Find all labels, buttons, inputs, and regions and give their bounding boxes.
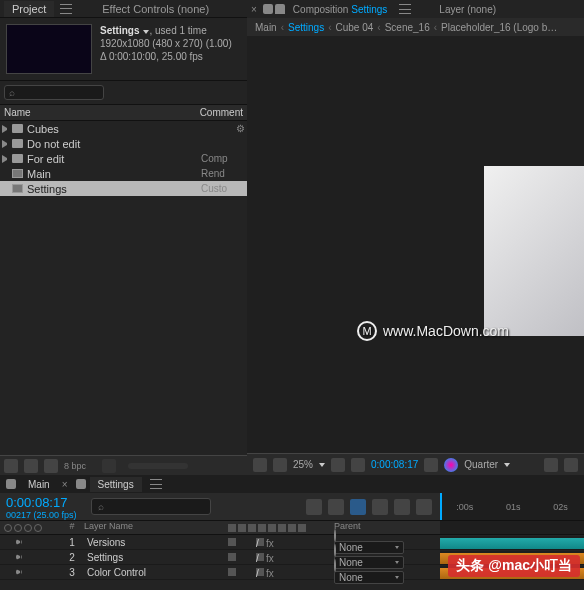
solo-toggle-icon: [24, 524, 32, 532]
attribution-overlay: 头条 @mac小叮当: [448, 555, 580, 577]
twirl-icon[interactable]: [16, 554, 22, 560]
project-search-input[interactable]: [4, 85, 104, 100]
timeline-columns-header: # Layer Name Parent: [0, 521, 584, 535]
comp-name[interactable]: Settings: [100, 25, 139, 36]
canvas[interactable]: [484, 166, 584, 336]
twirl-icon[interactable]: [2, 140, 10, 148]
toggle-transparency-icon[interactable]: [544, 458, 558, 472]
breadcrumb-item[interactable]: Settings: [288, 22, 324, 33]
comp-thumbnail[interactable]: [6, 24, 92, 74]
project-panel-tabs: Project Effect Controls (none): [0, 0, 247, 18]
resolution-icon[interactable]: [331, 458, 345, 472]
folder-icon: [12, 154, 23, 163]
comp-preview-block: Settings, used 1 time 1920x1080 (480 x 2…: [0, 18, 247, 80]
comp-duration: Δ 0:00:10:00, 25.00 fps: [100, 50, 232, 63]
frame-blend-icon[interactable]: [372, 499, 388, 515]
timeline-search-input[interactable]: [91, 498, 211, 515]
playhead[interactable]: [440, 493, 442, 520]
project-list-header: Name Comment: [0, 105, 247, 121]
watermark-logo-icon: M: [357, 321, 377, 341]
graph-editor-icon[interactable]: [416, 499, 432, 515]
snapshot-icon[interactable]: [424, 458, 438, 472]
panel-menu-icon[interactable]: [60, 4, 72, 14]
mask-icon[interactable]: [351, 458, 365, 472]
grid-icon[interactable]: [273, 458, 287, 472]
comp-icon: [12, 184, 23, 193]
timeline-header-row: 0:00:08:17 00217 (25.00 fps) :00s 01s 02…: [0, 493, 584, 521]
chevron-down-icon: [504, 463, 510, 467]
view-layout-icon[interactable]: [564, 458, 578, 472]
draft3d-icon[interactable]: [328, 499, 344, 515]
watermark: M www.MacDown.com: [357, 321, 509, 341]
tab-effect-controls[interactable]: Effect Controls (none): [94, 1, 217, 17]
quality-dropdown[interactable]: Quarter: [464, 459, 510, 470]
video-toggle-icon: [4, 524, 12, 532]
tab-layer[interactable]: Layer (none): [433, 2, 502, 17]
time-ruler[interactable]: :00s 01s 02s: [440, 493, 584, 520]
breadcrumb-item[interactable]: Placeholder_16 (Logo b…: [441, 22, 557, 33]
color-management-icon[interactable]: [444, 458, 458, 472]
pickwhip-icon[interactable]: [334, 529, 336, 542]
panel-menu-icon[interactable]: [399, 4, 411, 14]
layer-duration-bar[interactable]: [440, 538, 584, 549]
chevron-left-icon: ‹: [434, 22, 437, 33]
color-tag-col: [52, 521, 64, 534]
close-icon[interactable]: ×: [251, 4, 257, 15]
twirl-icon[interactable]: [2, 155, 10, 163]
composition-viewer[interactable]: M www.MacDown.com: [247, 36, 584, 453]
viewer-footer: 25% 0:00:08:17 Quarter: [247, 453, 584, 475]
timeline-layer-row[interactable]: 1 Versions /fx None: [0, 535, 584, 550]
layer-name-col[interactable]: Layer Name: [80, 521, 228, 534]
lock-icon[interactable]: [275, 4, 285, 14]
timeline-tab[interactable]: Settings: [90, 477, 142, 492]
tab-composition[interactable]: Composition Settings: [287, 2, 394, 17]
list-item[interactable]: For editComp: [0, 151, 247, 166]
new-folder-icon[interactable]: [24, 459, 38, 473]
chevron-left-icon: ‹: [328, 22, 331, 33]
chevron-down-icon: [319, 463, 325, 467]
list-item[interactable]: MainRend: [0, 166, 247, 181]
layer-num-col: #: [64, 521, 80, 534]
list-item[interactable]: Do not edit: [0, 136, 247, 151]
scrollbar[interactable]: [128, 463, 188, 469]
motion-blur-icon[interactable]: [394, 499, 410, 515]
folder-icon: [12, 124, 23, 133]
parent-dropdown[interactable]: None: [334, 571, 404, 584]
new-comp-icon[interactable]: [44, 459, 58, 473]
current-time[interactable]: 0:00:08:17: [371, 459, 418, 470]
col-comment[interactable]: Comment: [199, 107, 243, 118]
pickwhip-icon[interactable]: [334, 544, 336, 557]
twirl-icon[interactable]: [16, 539, 22, 545]
project-list: Cubes⚙ Do not edit For editComp MainRend…: [0, 121, 247, 455]
panel-menu-icon[interactable]: [150, 479, 162, 489]
col-name[interactable]: Name: [4, 107, 199, 118]
shy-icon[interactable]: [350, 499, 366, 515]
layer-name[interactable]: Settings: [87, 552, 123, 563]
layer-name[interactable]: Color Control: [87, 567, 146, 578]
list-item[interactable]: Cubes⚙: [0, 121, 247, 136]
magnify-icon[interactable]: [253, 458, 267, 472]
breadcrumb-item[interactable]: Main: [255, 22, 277, 33]
comp-tab-icon: [6, 479, 16, 489]
timeline-timecode[interactable]: 0:00:08:17 00217 (25.00 fps): [0, 493, 85, 520]
chevron-down-icon: [395, 576, 399, 579]
layer-name[interactable]: Versions: [87, 537, 125, 548]
zoom-dropdown[interactable]: 25%: [293, 459, 325, 470]
comp-flowchart-icon[interactable]: [306, 499, 322, 515]
twirl-icon[interactable]: [16, 569, 22, 575]
list-item[interactable]: SettingsCusto: [0, 181, 247, 196]
close-icon[interactable]: ×: [62, 479, 68, 490]
tab-project[interactable]: Project: [4, 1, 54, 17]
interpret-footage-icon[interactable]: [4, 459, 18, 473]
project-footer: 8 bpc: [0, 455, 247, 475]
breadcrumb-item[interactable]: Scene_16: [385, 22, 430, 33]
breadcrumb-item[interactable]: Cube 04: [336, 22, 374, 33]
trash-icon[interactable]: [102, 459, 116, 473]
timeline-tab[interactable]: Main: [20, 477, 58, 492]
pickwhip-icon[interactable]: [334, 559, 336, 572]
comp-tab-icon: [263, 4, 273, 14]
comp-icon: [12, 169, 23, 178]
bpc-indicator[interactable]: 8 bpc: [64, 461, 86, 471]
audio-toggle-icon: [14, 524, 22, 532]
twirl-icon[interactable]: [2, 125, 10, 133]
